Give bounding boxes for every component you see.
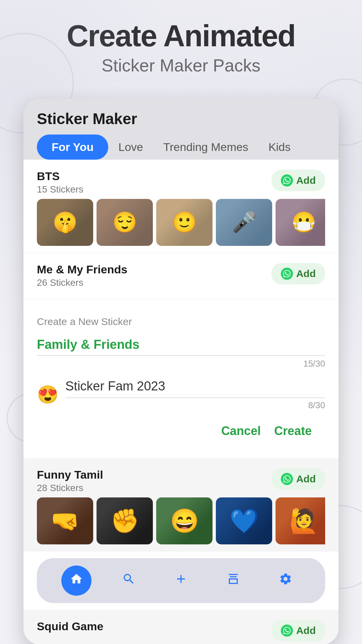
page-title-line2: Sticker Maker Packs [13, 55, 349, 75]
sticker-pack-bts-count: 15 Stickers [37, 184, 83, 195]
sticker-pack-friends-header: Me & My Friends 26 Stickers Add [37, 263, 325, 288]
nav-files[interactable] [218, 566, 248, 596]
sticker-pack-friends: Me & My Friends 26 Stickers Add [23, 253, 339, 299]
files-icon [227, 572, 240, 589]
app-header: Sticker Maker For You Love Trending Meme… [23, 99, 339, 160]
create-section: Create a New Sticker 15/30 😍 8/30 Cancel… [23, 299, 339, 458]
bts-thumb-2[interactable]: 😌 [97, 199, 153, 246]
nav-settings[interactable] [270, 566, 301, 596]
sticker-pack-bts-info: BTS 15 Stickers [37, 170, 83, 195]
page-header: Create Animated Sticker Maker Packs [0, 0, 362, 89]
sticker-pack-tamil-info: Funny Tamil 28 Stickers [37, 468, 103, 493]
squid-info: Squid Game [37, 620, 103, 633]
action-buttons: Cancel Create [37, 414, 325, 451]
tamil-thumb-5[interactable]: 🙋 [276, 497, 325, 544]
bts-thumb-5[interactable]: 😷 [276, 199, 325, 246]
tab-for-you[interactable]: For You [37, 135, 108, 160]
tab-love[interactable]: Love [108, 135, 153, 160]
tab-bar: For You Love Trending Memes Kids [37, 135, 325, 160]
tab-kids[interactable]: Kids [258, 135, 301, 160]
sticker-pack-friends-info: Me & My Friends 26 Stickers [37, 263, 127, 288]
app-content: BTS 15 Stickers Add 🤫 😌 [23, 160, 339, 644]
page-title-line1: Create Animated [13, 20, 349, 52]
sticker-pack-tamil-count: 28 Stickers [37, 483, 103, 493]
tamil-thumb-2[interactable]: ✊ [97, 497, 153, 544]
nav-search[interactable] [114, 566, 144, 596]
tamil-thumbnails: 🤜 ✊ 😄 💙 🙋 [37, 497, 325, 544]
sticker-fam-input[interactable] [65, 379, 325, 398]
tamil-thumb-3[interactable]: 😄 [156, 497, 213, 544]
bts-thumb-1[interactable]: 🤫 [37, 199, 93, 246]
add-icon [174, 572, 188, 589]
bts-thumb-3[interactable]: 🙂 [156, 199, 213, 246]
input2-counter: 8/30 [65, 400, 325, 411]
tab-trending[interactable]: Trending Memes [153, 135, 258, 160]
sticker-pack-friends-name: Me & My Friends [37, 263, 127, 276]
squid-game-pack: Squid Game Add [23, 610, 339, 644]
whatsapp-icon-squid [281, 625, 293, 637]
create-button[interactable]: Create [274, 424, 312, 438]
settings-icon [279, 572, 292, 589]
tamil-thumb-4[interactable]: 💙 [216, 497, 272, 544]
sticker-pack-friends-count: 26 Stickers [37, 277, 127, 288]
nav-add[interactable] [166, 566, 196, 596]
bottom-nav [37, 558, 325, 603]
bts-thumbnails: 🤫 😌 🙂 🎤 😷 [37, 199, 325, 246]
whatsapp-icon-tamil [281, 473, 293, 485]
pack-emoji: 😍 [37, 384, 59, 405]
tamil-thumb-1[interactable]: 🤜 [37, 497, 93, 544]
cancel-button[interactable]: Cancel [221, 424, 261, 438]
sticker-pack-bts-header: BTS 15 Stickers Add [37, 170, 325, 195]
whatsapp-icon [281, 174, 293, 186]
phone-mockup: Sticker Maker For You Love Trending Meme… [23, 99, 339, 644]
nav-home[interactable] [61, 566, 92, 596]
squid-name: Squid Game [37, 620, 103, 633]
add-bts-button[interactable]: Add [272, 170, 325, 191]
search-icon [122, 572, 135, 589]
add-tamil-button[interactable]: Add [272, 468, 325, 490]
home-icon [70, 572, 83, 589]
sticker-pack-option: 😍 8/30 [37, 379, 325, 411]
create-label: Create a New Sticker [37, 316, 325, 327]
sticker-pack-tamil-header: Funny Tamil 28 Stickers Add [37, 468, 325, 493]
add-squid-button[interactable]: Add [272, 620, 325, 641]
sticker-pack-bts: BTS 15 Stickers Add 🤫 😌 [23, 160, 339, 253]
bts-thumb-4[interactable]: 🎤 [216, 199, 272, 246]
sticker-pack-bts-name: BTS [37, 170, 83, 183]
sticker-pack-tamil-name: Funny Tamil [37, 468, 103, 481]
add-friends-button[interactable]: Add [272, 263, 325, 284]
input1-counter: 15/30 [37, 359, 325, 369]
app-title: Sticker Maker [37, 110, 325, 135]
whatsapp-icon-friends [281, 268, 293, 280]
family-friends-input[interactable] [37, 334, 325, 356]
sticker-pack-tamil: Funny Tamil 28 Stickers Add 🤜 [23, 458, 339, 551]
input-group-1: 15/30 [37, 334, 325, 369]
